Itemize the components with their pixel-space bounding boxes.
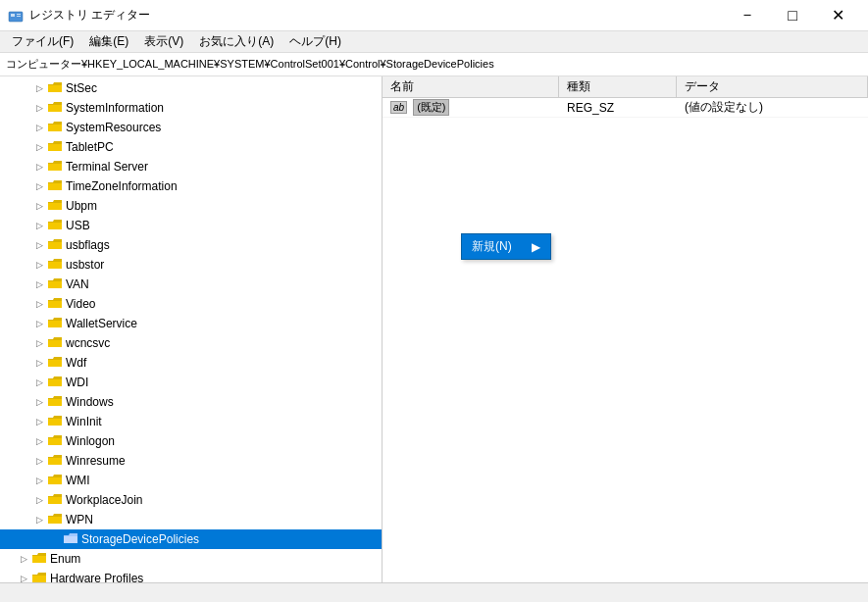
tree-item-workplacejoin[interactable]: ▷ WorkplaceJoin [0, 490, 382, 510]
folder-icon [47, 218, 63, 233]
tree-label: usbstor [66, 258, 104, 272]
folder-icon [47, 335, 63, 351]
tree-arrow: ▷ [31, 178, 47, 194]
tree-arrow: ▷ [31, 433, 47, 449]
tree-arrow: ▷ [31, 120, 47, 135]
tree-label: Video [66, 297, 95, 311]
tree-item-windows[interactable]: ▷ Windows [0, 392, 382, 412]
folder-icon [31, 571, 47, 582]
tree-item-terminalserver[interactable]: ▷ Terminal Server [0, 157, 382, 176]
folder-icon [47, 120, 63, 135]
tree-label: Enum [50, 552, 80, 566]
tree-label: Wdf [66, 356, 86, 370]
menu-file[interactable]: ファイル(F) [4, 31, 81, 52]
tree-label: StorageDevicePolicies [81, 532, 199, 546]
tree-label: WorkplaceJoin [66, 493, 142, 507]
tree-item-video[interactable]: ▷ Video [0, 294, 382, 314]
tree-item-tabletpc[interactable]: ▷ TabletPC [0, 137, 382, 157]
tree-arrow: ▷ [31, 276, 47, 292]
tree-item-usbstor[interactable]: ▷ usbstor [0, 255, 382, 275]
tree-arrow: ▷ [31, 198, 47, 214]
tree-item-winlogon[interactable]: ▷ Winlogon [0, 431, 382, 451]
tree-item-storagedevicepolicies[interactable]: StorageDevicePolicies [0, 529, 382, 549]
tree-arrow: ▷ [31, 139, 47, 155]
tree-arrow: ▷ [16, 551, 31, 567]
folder-icon [47, 100, 63, 116]
tree-arrow: ▷ [31, 218, 47, 233]
cell-name: ab (既定) [383, 99, 559, 116]
tree-item-van[interactable]: ▷ VAN [0, 275, 382, 294]
tree-label: TabletPC [66, 140, 114, 154]
folder-icon [47, 276, 63, 292]
main-layout: ▷ StSec ▷ SystemInformation ▷ SystemReso… [0, 76, 868, 582]
folder-icon [47, 375, 63, 390]
menu-help[interactable]: ヘルプ(H) [281, 31, 349, 52]
folder-icon [47, 316, 63, 331]
tree-item-timezone[interactable]: ▷ TimeZoneInformation [0, 176, 382, 196]
folder-icon [47, 414, 63, 429]
tree-item-systemres[interactable]: ▷ SystemResources [0, 118, 382, 137]
context-menu-new: 新規(N) ▶ [461, 233, 551, 260]
tree-item-wpn[interactable]: ▷ WPN [0, 510, 382, 529]
folder-icon [63, 531, 78, 547]
folder-icon [47, 296, 63, 312]
tree-label: WinInit [66, 415, 102, 428]
tree-arrow: ▷ [31, 159, 47, 175]
tree-label: wcncsvc [66, 336, 110, 350]
tree-label: WMI [66, 474, 90, 487]
tree-arrow: ▷ [31, 414, 47, 429]
tree-item-usbflags[interactable]: ▷ usbflags [0, 235, 382, 255]
folder-icon [31, 551, 47, 567]
tree-label: TimeZoneInformation [66, 179, 178, 193]
status-bar [0, 582, 868, 602]
menu-view[interactable]: 表示(V) [136, 31, 191, 52]
tree-arrow: ▷ [31, 375, 47, 390]
folder-icon [47, 433, 63, 449]
tree-arrow: ▷ [31, 257, 47, 273]
new-menu-item[interactable]: 新規(N) ▶ [461, 233, 551, 260]
table-row[interactable]: ab (既定) REG_SZ (値の設定なし) [383, 98, 868, 118]
tree-label: StSec [66, 81, 97, 95]
folder-icon [47, 237, 63, 253]
tree-item-wdf[interactable]: ▷ Wdf [0, 353, 382, 373]
address-bar: コンピューター¥HKEY_LOCAL_MACHINE¥SYSTEM¥Contro… [0, 53, 868, 76]
address-path: コンピューター¥HKEY_LOCAL_MACHINE¥SYSTEM¥Contro… [6, 57, 494, 72]
tree-item-hardwareprofiles[interactable]: ▷ Hardware Profiles [0, 569, 382, 582]
tree-arrow: ▷ [31, 237, 47, 253]
menu-favorites[interactable]: お気に入り(A) [191, 31, 281, 52]
tree-item-enum[interactable]: ▷ Enum [0, 549, 382, 569]
tree-arrow: ▷ [31, 492, 47, 508]
tree-scroll[interactable]: ▷ StSec ▷ SystemInformation ▷ SystemReso… [0, 76, 382, 582]
tree-label: WalletService [66, 317, 137, 330]
minimize-button[interactable]: － [725, 0, 770, 31]
maximize-button[interactable]: □ [770, 0, 815, 31]
window-title: レジストリ エディター [29, 7, 150, 24]
folder-icon [47, 178, 63, 194]
folder-icon [47, 139, 63, 155]
tree-item-ubpm[interactable]: ▷ Ubpm [0, 196, 382, 216]
menu-edit[interactable]: 編集(E) [81, 31, 136, 52]
tree-label: Hardware Profiles [50, 572, 143, 582]
new-label: 新規(N) [472, 238, 512, 255]
tree-item-stsec[interactable]: ▷ StSec [0, 78, 382, 98]
tree-arrow: ▷ [31, 316, 47, 331]
tree-item-winresume[interactable]: ▷ Winresume [0, 451, 382, 471]
tree-label: USB [66, 219, 90, 232]
tree-item-wdi[interactable]: ▷ WDI [0, 373, 382, 392]
tree-label: Ubpm [66, 199, 97, 213]
tree-item-wmi[interactable]: ▷ WMI [0, 471, 382, 490]
tree-item-systeminfo[interactable]: ▷ SystemInformation [0, 98, 382, 118]
tree-label: WDI [66, 376, 88, 389]
tree-item-usb[interactable]: ▷ USB [0, 216, 382, 235]
tree-arrow: ▷ [31, 512, 47, 527]
tree-item-walletservice[interactable]: ▷ WalletService [0, 314, 382, 333]
title-bar: レジストリ エディター － □ ✕ [0, 0, 868, 31]
tree-item-wininit[interactable]: ▷ WinInit [0, 412, 382, 431]
tree-item-wcncsvc[interactable]: ▷ wcncsvc [0, 333, 382, 353]
reg-type-badge: ab [390, 101, 407, 114]
close-button[interactable]: ✕ [815, 0, 860, 31]
tree-label: usbflags [66, 238, 110, 252]
tree-arrow: ▷ [31, 394, 47, 410]
column-header-name: 名前 [383, 76, 559, 97]
tree-label: Windows [66, 395, 114, 409]
